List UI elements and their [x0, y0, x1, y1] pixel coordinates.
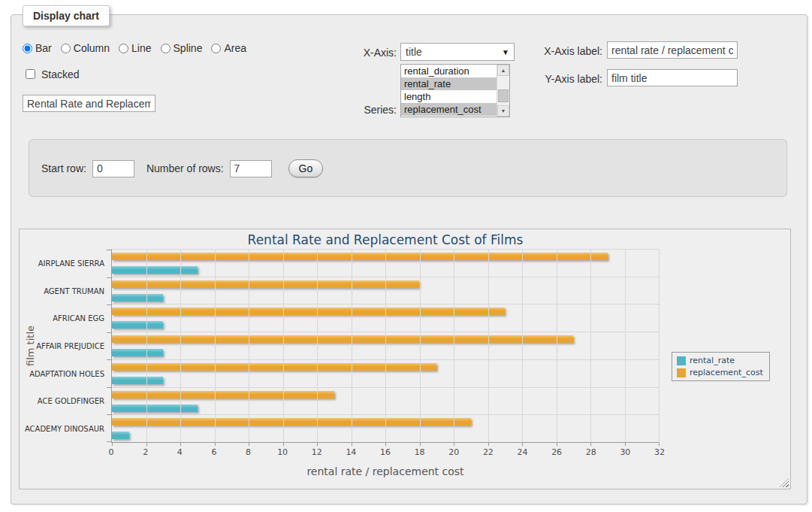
y-axis-tick [107, 359, 112, 360]
gridline [522, 250, 523, 442]
go-button[interactable]: Go [288, 159, 324, 177]
x-axis-tick [215, 443, 216, 446]
start-row-label: Start row: [41, 162, 86, 174]
chart-type-label: Column [74, 42, 110, 54]
y-axis-label-input[interactable] [607, 69, 738, 86]
start-row-input[interactable] [92, 160, 134, 177]
replacement_cost-bar [112, 363, 436, 371]
chart-type-label: Area [224, 42, 246, 54]
num-rows-input[interactable] [230, 160, 272, 177]
y-axis-tick [107, 304, 112, 305]
gridline [317, 250, 318, 442]
gridline [488, 250, 489, 442]
series-option-rental_duration[interactable]: rental_duration [401, 65, 497, 77]
x-axis-tick [352, 443, 352, 446]
x-axis-tick [625, 443, 626, 446]
x-tick-label: 20 [448, 447, 459, 457]
legend-swatch-icon [677, 356, 686, 365]
rental_rate-bar [112, 294, 163, 301]
category-label: AFRICAN EGG [53, 314, 104, 323]
rental_rate-bar [112, 349, 163, 356]
chart-type-radio-column[interactable] [61, 44, 71, 53]
x-tick-label: 6 [211, 447, 216, 457]
stacked-checkbox-row[interactable]: Stacked [23, 67, 80, 81]
chart-type-radio-group: BarColumnLineSplineArea [23, 42, 246, 54]
rental_rate-bar [112, 321, 163, 329]
x-axis-label-input[interactable] [607, 41, 738, 59]
chart-type-spline[interactable]: Spline [161, 42, 203, 54]
gridline [385, 250, 386, 442]
x-axis-select[interactable]: title ▼ [400, 43, 515, 61]
chart-title: Rental Rate and Replacement Cost of Film… [111, 232, 660, 247]
series-option-replacement_cost[interactable]: replacement_cost [401, 103, 497, 116]
x-axis-tick [112, 443, 113, 446]
chart-title-input[interactable] [23, 95, 155, 112]
category-label: AFFAIR PREJUDICE [36, 342, 104, 350]
series-option-rental_rate[interactable]: rental_rate [401, 77, 497, 90]
x-tick-label: 14 [346, 447, 356, 457]
y-axis-title: film title [25, 326, 36, 366]
x-axis-tick [522, 443, 523, 446]
legend-item-replacement_cost[interactable]: replacement_cost [677, 368, 763, 377]
x-axis-tick [659, 443, 660, 446]
gridline [146, 250, 147, 442]
resize-grip-icon[interactable] [780, 478, 789, 487]
chart-type-line[interactable]: Line [119, 42, 151, 54]
series-option-length[interactable]: length [401, 90, 497, 103]
stacked-checkbox[interactable] [26, 69, 35, 79]
gridline [283, 250, 284, 442]
y-axis-label-label: Y-Axis label: [530, 73, 602, 85]
x-axis-tick [557, 443, 557, 446]
plot-area: AIRPLANE SIERRAAGENT TRUMANAFRICAN EGGAF… [111, 249, 660, 443]
y-axis-tick [107, 387, 112, 388]
x-tick-label: 12 [312, 447, 322, 457]
x-tick-label: 16 [380, 447, 391, 457]
gridline [215, 250, 216, 442]
series-list-label: Series: [327, 104, 397, 116]
chart-type-bar[interactable]: Bar [23, 42, 52, 54]
scrollbar-track[interactable] [497, 76, 509, 105]
scrollbar-thumb[interactable] [498, 89, 509, 103]
chart-type-area[interactable]: Area [211, 42, 246, 54]
x-axis-label-label: X-Axis label: [530, 45, 602, 57]
x-axis-tick [180, 443, 181, 446]
rental_rate-bar [112, 432, 129, 439]
row-range-controls: Start row: Number of rows: Go [41, 159, 323, 177]
gridline [352, 250, 352, 442]
chart-type-radio-spline[interactable] [161, 44, 171, 53]
chart-legend: rental_ratereplacement_cost [672, 352, 770, 381]
x-axis-tick [317, 443, 318, 446]
x-tick-label: 10 [277, 447, 288, 457]
gridline [590, 250, 591, 442]
x-tick-label: 18 [415, 447, 425, 457]
x-axis-tick [385, 443, 386, 446]
series-options: rental_durationrental_ratelengthreplacem… [401, 65, 497, 117]
x-tick-label: 0 [109, 447, 114, 457]
x-axis-title: rental rate / replacement cost [111, 465, 660, 477]
chart-type-column[interactable]: Column [61, 42, 110, 54]
x-axis-tick [283, 443, 284, 446]
y-axis-tick [107, 250, 112, 250]
replacement_cost-bar [112, 253, 608, 260]
chart-container: Rental Rate and Replacement Cost of Film… [19, 229, 791, 489]
category-label: AGENT TRUMAN [44, 286, 104, 295]
legend-item-rental_rate[interactable]: rental_rate [677, 356, 763, 365]
rental_rate-bar [112, 266, 198, 274]
series-multiselect[interactable]: rental_durationrental_ratelengthreplacem… [400, 64, 510, 117]
x-axis-tick [420, 443, 421, 446]
gridline [249, 250, 249, 442]
chart-type-radio-line[interactable] [119, 44, 128, 53]
chart-type-radio-area[interactable] [211, 44, 221, 53]
category-label: ADAPTATION HOLES [29, 369, 104, 377]
gridline [420, 250, 421, 442]
category-label: ACADEMY DINOSAUR [25, 425, 104, 433]
x-axis-tick [146, 443, 147, 446]
y-axis-tick [107, 441, 112, 442]
y-axis-tick [107, 414, 112, 415]
scroll-up-icon[interactable]: ▲ [497, 65, 509, 76]
rental_rate-bar [112, 377, 163, 384]
legend-swatch-icon [677, 368, 686, 377]
chart-type-radio-bar[interactable] [23, 44, 32, 53]
scroll-down-icon[interactable]: ▼ [497, 105, 509, 117]
series-list-scrollbar[interactable]: ▲ ▼ [497, 65, 509, 117]
